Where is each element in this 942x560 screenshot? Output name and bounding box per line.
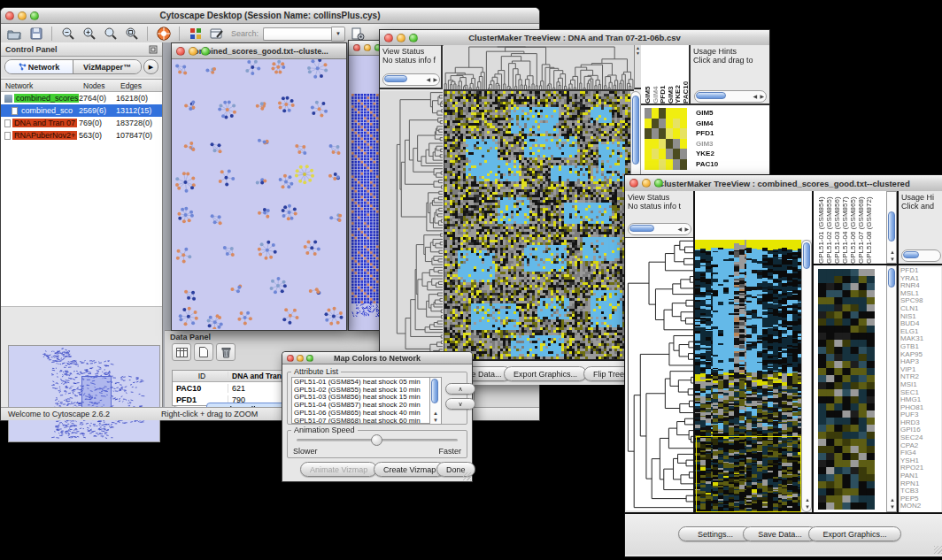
matrix-row-label[interactable]: PFD1 [696, 128, 718, 139]
matrix-cell[interactable] [652, 128, 659, 139]
attribute-list[interactable]: GPL51-01 (GSM854) heat shock 05 minGPL51… [291, 377, 433, 424]
row-dendrogram-canvas[interactable] [380, 91, 443, 359]
close-button[interactable] [353, 44, 360, 51]
scroll-down-arrow[interactable]: ▼ [890, 257, 895, 262]
matrix-cell[interactable] [680, 159, 687, 170]
edit-network-button[interactable] [208, 26, 225, 42]
usage-hints-hscrollbar[interactable]: ◀ ▶ [694, 90, 767, 103]
attribute-list-item[interactable]: GPL51-07 (GSM868) heat shock 60 min [294, 418, 432, 424]
column-label[interactable]: GPL51-06 (GSM865) [849, 193, 857, 264]
column-label[interactable]: GIM3 [667, 59, 675, 104]
matrix-cell[interactable] [652, 108, 659, 119]
search-input[interactable] [263, 27, 331, 41]
matrix-cell[interactable] [659, 119, 666, 129]
close-button[interactable] [176, 47, 185, 56]
search-dropdown-arrow[interactable]: ▼ [331, 27, 345, 42]
delete-attribute-button[interactable] [216, 343, 236, 361]
matrix-cell[interactable] [673, 119, 680, 129]
matrix-cell[interactable] [652, 159, 659, 170]
matrix-cell[interactable] [659, 128, 666, 139]
matrix-cell[interactable] [645, 139, 652, 150]
move-up-button[interactable]: ∧ [445, 383, 475, 395]
zoom-out-button[interactable] [59, 26, 76, 42]
column-label[interactable]: GPL51-04 (GSM857) [841, 193, 849, 264]
treeview2-heatmap-canvas[interactable] [695, 240, 801, 512]
close-button[interactable] [5, 12, 14, 20]
matrix-cell[interactable] [652, 119, 659, 129]
move-down-button[interactable]: ∨ [445, 398, 475, 410]
matrix-cell[interactable] [680, 119, 687, 129]
scrollbar-thumb[interactable] [803, 242, 810, 269]
close-button[interactable] [287, 355, 294, 362]
matrix-cell[interactable] [659, 139, 666, 150]
zoom-button[interactable] [654, 179, 663, 188]
gene-name[interactable]: MON2 [900, 502, 941, 510]
matrix-cell[interactable] [652, 139, 659, 150]
column-label[interactable]: GPL51-02 (GSM855) [825, 193, 833, 264]
matrix-cell[interactable] [645, 108, 652, 119]
export-graphics-button[interactable]: Export Graphics... [808, 526, 901, 541]
vizmapper-shortcut-button[interactable] [187, 26, 204, 42]
zoom-selected-button[interactable] [123, 26, 140, 42]
matrix-cell[interactable] [666, 159, 673, 170]
matrix-cell[interactable] [673, 128, 680, 139]
minimize-button[interactable] [642, 179, 651, 188]
scroll-left-arrow[interactable]: ◀ [677, 226, 682, 232]
column-dendrogram-area[interactable] [695, 191, 812, 240]
scroll-left-arrow[interactable]: ◀ [753, 94, 757, 99]
matrix-cell[interactable] [666, 139, 673, 150]
matrix-cell[interactable] [645, 159, 652, 170]
zoom-button[interactable] [201, 47, 210, 56]
minimize-button[interactable] [18, 12, 27, 20]
attribute-list-vscrollbar[interactable]: ▲ ▼ [429, 377, 442, 425]
zoom-button[interactable] [306, 355, 313, 362]
view-status-hscrollbar[interactable]: ◀ ▶ [382, 73, 440, 86]
matrix-row-label[interactable]: YKE2 [696, 149, 718, 159]
matrix-cell[interactable] [666, 149, 673, 159]
network-view-canvas[interactable] [172, 59, 344, 329]
row-dendrogram-canvas[interactable] [626, 238, 693, 510]
column-dendrogram-canvas[interactable] [444, 45, 634, 91]
scrollbar-thumb[interactable] [431, 379, 438, 403]
matrix-cell[interactable] [673, 139, 680, 150]
scrollbar-thumb[interactable] [888, 211, 895, 242]
scroll-up-arrow[interactable]: ▲ [890, 249, 895, 255]
matrix-row-label[interactable]: PAC10 [696, 159, 718, 170]
speed-slider-thumb[interactable] [371, 434, 382, 446]
column-label[interactable]: GIM4 [652, 59, 660, 104]
matrix-row-label[interactable]: GIM5 [696, 108, 718, 119]
scrollbar-thumb[interactable] [384, 75, 407, 82]
minimize-button[interactable] [397, 34, 405, 42]
scroll-down-arrow[interactable]: ▼ [433, 418, 438, 423]
scrollbar-thumb[interactable] [629, 225, 654, 232]
create-vizmap-button[interactable]: Create Vizmap [374, 462, 445, 477]
resize-grip[interactable] [463, 472, 471, 480]
zoom-heatmap-canvas[interactable] [818, 269, 875, 510]
column-label[interactable]: GPL51-01 (GSM854) [817, 193, 825, 264]
matrix-cell[interactable] [680, 149, 687, 159]
network-table-header[interactable]: Network Nodes Edges [1, 80, 162, 92]
scroll-down-arrow[interactable]: ▼ [890, 504, 895, 510]
main-title-bar[interactable]: Cytoscape Desktop (Session Name: collins… [1, 8, 539, 24]
close-button[interactable] [384, 34, 393, 42]
matrix-cell[interactable] [659, 159, 666, 170]
matrix-cell[interactable] [666, 119, 673, 129]
treeview2-heatmap-vscrollbar[interactable]: ▲ ▼ [801, 240, 812, 512]
minimize-button[interactable] [297, 355, 304, 362]
matrix-cell[interactable] [673, 108, 680, 119]
column-label[interactable]: PAC10 [682, 59, 690, 104]
matrix-cell[interactable] [652, 149, 659, 159]
zoom-button[interactable] [30, 12, 39, 20]
export-graphics-button[interactable]: Export Graphics... [504, 366, 587, 381]
scroll-up-arrow[interactable]: ▲ [890, 497, 895, 502]
new-attribute-button[interactable] [194, 343, 213, 361]
treeview2-title-bar[interactable]: ClusterMaker TreeView : combined_scores_… [625, 175, 942, 192]
matrix-cell[interactable] [666, 128, 673, 139]
scrollbar-thumb[interactable] [903, 251, 919, 258]
matrix-cell[interactable] [659, 108, 666, 119]
netview1-title-bar[interactable]: combined_scores_good.txt--cluste... [172, 43, 346, 59]
column-label[interactable]: GPL51-07 (GSM868) [857, 193, 865, 264]
treeview1-title-bar[interactable]: ClusterMaker TreeView : DNA and Tran 07-… [380, 30, 769, 46]
select-attributes-button[interactable] [172, 343, 191, 361]
network-table-row[interactable]: combined_scores 2764(0) 16218(0) [1, 92, 162, 104]
